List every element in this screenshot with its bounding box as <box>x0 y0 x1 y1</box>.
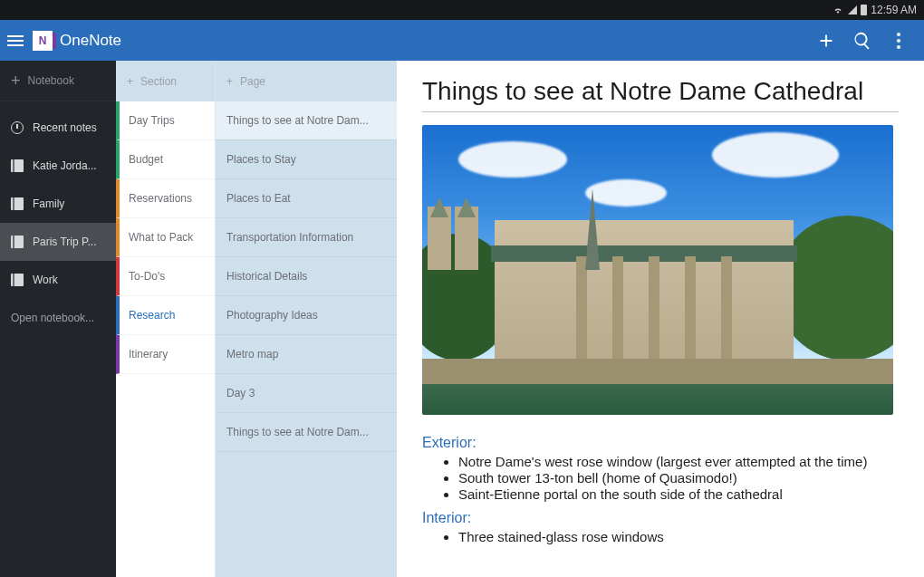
app-title: OneNote <box>60 32 121 50</box>
notre-dame-image <box>422 125 893 415</box>
book-icon <box>11 274 24 286</box>
book-icon <box>11 159 24 172</box>
list-item: South tower 13-ton bell (home of Quasimo… <box>458 470 899 486</box>
notebook-label: Recent notes <box>33 121 97 134</box>
section-item[interactable]: To-Do's <box>116 257 215 296</box>
page-item[interactable]: Transportation Information <box>216 218 397 257</box>
plus-icon: + <box>127 75 133 88</box>
section-item[interactable]: Research <box>116 296 215 335</box>
add-button[interactable] <box>808 23 844 59</box>
add-notebook-button[interactable]: + Notebook <box>0 61 116 101</box>
book-icon <box>11 197 24 210</box>
add-section-label: Section <box>140 75 177 88</box>
notebook-item[interactable]: Recent notes <box>0 109 116 147</box>
notebook-item[interactable]: Katie Jorda... <box>0 147 116 185</box>
notebook-item[interactable]: Work <box>0 261 116 299</box>
app-bar: N OneNote <box>0 20 924 61</box>
page-item[interactable]: Places to Stay <box>216 140 397 179</box>
overflow-menu-button[interactable] <box>881 23 917 59</box>
section-item[interactable]: What to Pack <box>116 218 215 257</box>
section-heading-interior: Interior: <box>422 510 899 526</box>
notebook-label: Work <box>33 274 58 286</box>
section-item[interactable]: Budget <box>116 140 215 179</box>
clock-icon <box>11 121 24 134</box>
section-item[interactable]: Itinerary <box>116 335 215 374</box>
android-status-bar: 12:59 AM <box>0 0 924 20</box>
page-item[interactable]: Metro map <box>216 335 397 374</box>
add-page-label: Page <box>240 75 265 88</box>
section-heading-exterior: Exterior: <box>422 435 899 451</box>
page-item[interactable]: Day 3 <box>216 374 397 413</box>
wifi-icon <box>832 5 844 15</box>
notebook-label: Paris Trip P... <box>33 236 96 248</box>
notebook-label: Family <box>33 197 64 210</box>
plus-icon: + <box>11 72 21 89</box>
page-item[interactable]: Places to Eat <box>216 179 397 218</box>
add-page-button[interactable]: + Page <box>216 61 397 101</box>
notebook-item[interactable]: Family <box>0 185 116 223</box>
exterior-list: Notre Dame's west rose window (largest e… <box>458 453 899 503</box>
hamburger-icon[interactable] <box>7 35 24 46</box>
list-item: Notre Dame's west rose window (largest e… <box>458 454 899 469</box>
search-button[interactable] <box>844 23 881 59</box>
signal-icon <box>848 5 857 14</box>
list-item: Saint-Etienne portal on the south side o… <box>458 486 899 502</box>
page-item[interactable]: Photography Ideas <box>216 296 397 335</box>
page-item[interactable]: Historical Details <box>216 257 397 296</box>
page-title[interactable]: Things to see at Notre Dame Cathedral <box>422 77 899 112</box>
plus-icon: + <box>226 75 233 88</box>
add-section-button[interactable]: + Section <box>116 61 215 101</box>
page-column: + Page Things to see at Notre Dam...Plac… <box>216 61 397 577</box>
notebook-column: + Notebook Recent notesKatie Jorda...Fam… <box>0 61 116 577</box>
open-notebook-button[interactable]: Open notebook... <box>0 299 116 337</box>
notebook-label: Katie Jorda... <box>33 159 97 172</box>
interior-list: Three stained-glass rose windows <box>458 528 899 545</box>
page-item[interactable]: Things to see at Notre Dam... <box>216 413 397 452</box>
battery-icon <box>861 5 867 15</box>
add-notebook-label: Notebook <box>28 74 74 87</box>
section-column: + Section Day TripsBudgetReservationsWha… <box>116 61 216 577</box>
onenote-logo-icon: N <box>33 31 53 51</box>
clock-text: 12:59 AM <box>871 4 917 16</box>
notebook-item[interactable]: Paris Trip P... <box>0 223 116 261</box>
book-icon <box>11 236 24 248</box>
section-item[interactable]: Day Trips <box>116 101 215 140</box>
list-item: Three stained-glass rose windows <box>458 529 899 544</box>
page-item[interactable]: Things to see at Notre Dam... <box>216 101 397 140</box>
section-item[interactable]: Reservations <box>116 179 215 218</box>
page-content[interactable]: Things to see at Notre Dame Cathedral Ex… <box>397 61 924 577</box>
